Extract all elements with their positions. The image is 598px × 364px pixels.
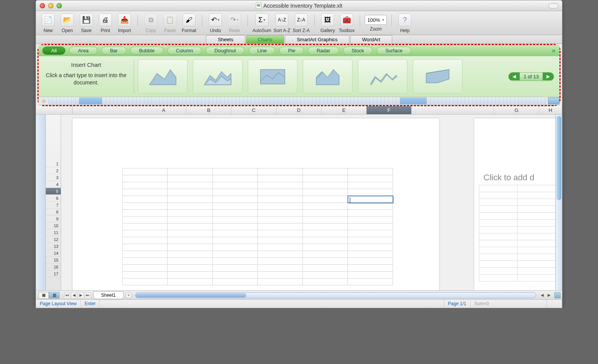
- chart-cat-pie[interactable]: Pie: [279, 47, 304, 55]
- copy-button[interactable]: ⧉Copy: [142, 13, 159, 33]
- sheet-next-button[interactable]: ▶: [78, 292, 84, 298]
- row-header-4[interactable]: 4: [46, 181, 61, 188]
- scroll-left-button[interactable]: ◀: [539, 292, 545, 298]
- open-button[interactable]: 📂Open: [59, 13, 76, 33]
- zoom-window-button[interactable]: [57, 3, 62, 8]
- vertical-scrollbar[interactable]: [555, 115, 562, 290]
- format-button[interactable]: 🖌Format: [181, 13, 197, 33]
- vertical-scroll-thumb[interactable]: [556, 116, 561, 200]
- col-header-d[interactable]: D: [276, 106, 322, 114]
- chart-thumb-5[interactable]: [358, 59, 407, 94]
- status-sum: Sum=0: [470, 300, 547, 308]
- col-header-a[interactable]: A: [141, 106, 186, 114]
- import-button[interactable]: 📥Import: [116, 13, 133, 33]
- normal-view-button[interactable]: ▦: [38, 292, 49, 299]
- gallery-button[interactable]: 🖼Gallery: [319, 13, 336, 33]
- tab-wordart[interactable]: WordArt: [350, 35, 392, 44]
- col-header-c[interactable]: C: [231, 106, 276, 114]
- sort-az-button[interactable]: A↓ZSort A-Z: [273, 13, 290, 33]
- chart-cat-column[interactable]: Column: [167, 47, 202, 55]
- print-button[interactable]: 🖨Print: [97, 13, 114, 33]
- col-header-f[interactable]: F: [367, 106, 412, 114]
- chart-cat-surface[interactable]: Surface: [377, 47, 411, 55]
- window-title: Accessible Inventory Template.xlt: [263, 3, 343, 9]
- app-window: Accessible Inventory Template.xlt 📄New 📂…: [36, 0, 562, 308]
- page-layout-view-button[interactable]: ▥: [49, 292, 60, 299]
- chart-cat-stock[interactable]: Stock: [343, 47, 373, 55]
- row-header-17[interactable]: 17: [46, 270, 61, 277]
- save-button[interactable]: 💾Save: [78, 13, 95, 33]
- redo-button[interactable]: ↷▾Redo: [226, 13, 243, 33]
- col-header-e[interactable]: E: [322, 106, 367, 114]
- header-placeholder[interactable]: Click to add d: [483, 173, 558, 183]
- row-header-5[interactable]: 5: [46, 188, 61, 195]
- new-button[interactable]: 📄New: [40, 13, 57, 33]
- chart-cat-bar[interactable]: Bar: [101, 47, 126, 55]
- row-header-16[interactable]: 16: [46, 264, 61, 270]
- help-button[interactable]: ?Help: [396, 13, 413, 33]
- tab-charts[interactable]: Charts: [246, 35, 284, 44]
- scroll-right-button[interactable]: ▶: [546, 292, 552, 298]
- row-header-1[interactable]: 1: [46, 160, 61, 167]
- col-header-g[interactable]: G: [494, 106, 539, 114]
- chart-cat-all[interactable]: All: [42, 47, 65, 55]
- minimize-window-button[interactable]: [48, 3, 53, 8]
- pager-next-button[interactable]: ▶: [543, 73, 554, 80]
- horizontal-scrollbar[interactable]: [135, 292, 536, 298]
- chart-cat-bubble[interactable]: Bubble: [130, 47, 163, 55]
- sheet-first-button[interactable]: ⏮: [64, 292, 70, 298]
- chart-thumb-1[interactable]: [138, 59, 187, 94]
- paste-button[interactable]: 📋Paste: [162, 13, 178, 33]
- more-categories-icon[interactable]: »: [552, 47, 556, 55]
- row-header-8[interactable]: 8: [46, 209, 61, 215]
- horizontal-ruler[interactable]: [48, 97, 546, 104]
- row-header-10[interactable]: 10: [46, 222, 61, 229]
- chart-cat-area[interactable]: Area: [69, 47, 97, 55]
- vertical-ruler[interactable]: [36, 115, 46, 290]
- close-window-button[interactable]: [40, 3, 45, 8]
- undo-button[interactable]: ↶▾Undo: [207, 13, 224, 33]
- add-sheet-button[interactable]: +: [125, 292, 132, 299]
- toolbox-button[interactable]: 🧰Toolbox: [338, 13, 355, 33]
- col-header-b[interactable]: B: [186, 106, 231, 114]
- cells-grid[interactable]: [122, 168, 393, 285]
- ruler-origin-button[interactable]: ◇: [39, 98, 48, 104]
- row-header-3[interactable]: 3: [46, 174, 61, 181]
- chart-cat-line[interactable]: Line: [249, 47, 276, 55]
- chart-thumb-3[interactable]: [248, 59, 297, 94]
- row-header-12[interactable]: 12: [46, 236, 61, 243]
- sheet-prev-button[interactable]: ◀: [71, 292, 77, 298]
- horizontal-scroll-thumb[interactable]: [136, 293, 246, 298]
- row-header-13[interactable]: 13: [46, 243, 61, 250]
- row-headers: 1234567891011121314151617: [46, 115, 61, 290]
- row-header-9[interactable]: 9: [46, 215, 61, 222]
- tab-sheets[interactable]: Sheets: [206, 35, 245, 44]
- row-header-11[interactable]: 11: [46, 229, 61, 236]
- col-header-h[interactable]: H: [539, 106, 562, 114]
- svg-marker-4: [316, 70, 339, 85]
- select-all-corner[interactable]: [36, 106, 73, 114]
- chart-thumb-4[interactable]: [303, 59, 352, 94]
- chart-thumb-6[interactable]: [413, 59, 462, 94]
- page-layout-canvas[interactable]: Click to add d: [61, 115, 562, 290]
- chart-cat-radar[interactable]: Radar: [308, 47, 339, 55]
- row-header-6[interactable]: 6: [46, 195, 61, 202]
- svg-marker-6: [370, 73, 397, 85]
- autosum-button[interactable]: Σ▾AutoSum: [252, 13, 271, 33]
- row-header-14[interactable]: 14: [46, 250, 61, 257]
- pager-prev-button[interactable]: ◀: [509, 73, 520, 80]
- ruler-right-handle[interactable]: [548, 97, 559, 104]
- chart-thumb-2[interactable]: [193, 59, 242, 94]
- row-header-7[interactable]: 7: [46, 202, 61, 209]
- zoom-control[interactable]: 100%▾ Zoom: [365, 13, 387, 32]
- chart-cat-doughnut[interactable]: Doughnut: [205, 47, 244, 55]
- row-header-2[interactable]: 2: [46, 167, 61, 174]
- toolbar-toggle-pill[interactable]: [548, 3, 558, 8]
- sort-za-button[interactable]: Z↓ASort Z-A: [293, 13, 310, 33]
- sheet-tab-1[interactable]: Sheet1: [93, 291, 124, 299]
- sheet-last-button[interactable]: ⏭: [85, 292, 91, 298]
- split-handle[interactable]: [554, 292, 561, 298]
- tab-smartart[interactable]: SmartArt Graphics: [285, 35, 349, 44]
- row-header-15[interactable]: 15: [46, 257, 61, 264]
- cells-grid-2[interactable]: [479, 185, 558, 281]
